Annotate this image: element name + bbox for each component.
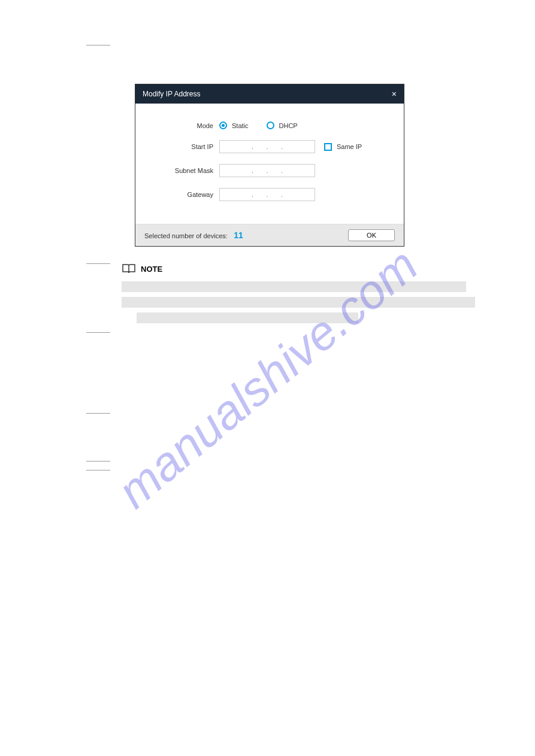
dialog-header: Modify IP Address × [135, 84, 404, 104]
margin-marker [86, 263, 110, 264]
margin-marker [86, 470, 110, 470]
dialog-footer: Selected number of devices: 11 OK [135, 224, 404, 246]
margin-marker [86, 413, 110, 414]
static-label: Static [232, 122, 249, 129]
dialog-title: Modify IP Address [143, 90, 201, 98]
gateway-input[interactable] [219, 188, 315, 201]
note-content-bar [137, 312, 358, 323]
margin-marker [86, 332, 110, 333]
subnet-mask-row: Subnet Mask [147, 164, 392, 177]
gateway-row: Gateway [147, 188, 392, 201]
modify-ip-dialog: Modify IP Address × Mode Static DHCP [135, 84, 404, 247]
note-content-bar [122, 297, 475, 308]
close-icon[interactable]: × [392, 89, 397, 99]
start-ip-input[interactable] [219, 140, 315, 153]
same-ip-label: Same IP [337, 143, 362, 150]
same-ip-checkbox[interactable]: Same IP [324, 143, 362, 151]
device-count-label: Selected number of devices: [144, 232, 228, 239]
dhcp-radio[interactable]: DHCP [267, 122, 298, 129]
dhcp-label: DHCP [279, 122, 298, 129]
ok-button[interactable]: OK [348, 229, 395, 241]
dialog-body: Mode Static DHCP Start IP [135, 104, 404, 224]
gateway-label: Gateway [147, 191, 219, 198]
mode-row: Mode Static DHCP [147, 122, 392, 129]
mode-label: Mode [147, 122, 219, 129]
subnet-mask-label: Subnet Mask [147, 167, 219, 174]
device-count-value: 11 [234, 230, 243, 240]
radio-icon [267, 122, 274, 129]
note-label: NOTE [141, 265, 162, 274]
start-ip-row: Start IP Same IP [147, 140, 392, 153]
margin-marker [86, 461, 110, 462]
note-header: NOTE [122, 263, 475, 274]
start-ip-label: Start IP [147, 143, 219, 150]
device-count-area: Selected number of devices: 11 [144, 230, 243, 241]
checkbox-icon [324, 143, 332, 151]
static-radio[interactable]: Static [219, 122, 249, 129]
content-area: Modify IP Address × Mode Static DHCP [0, 0, 535, 24]
mode-radio-group: Static DHCP [219, 122, 298, 129]
margin-marker [86, 45, 110, 45]
book-icon [122, 263, 136, 274]
note-content-bar [122, 281, 466, 292]
note-section: NOTE [122, 263, 475, 328]
subnet-mask-input[interactable] [219, 164, 315, 177]
radio-icon [219, 122, 227, 129]
